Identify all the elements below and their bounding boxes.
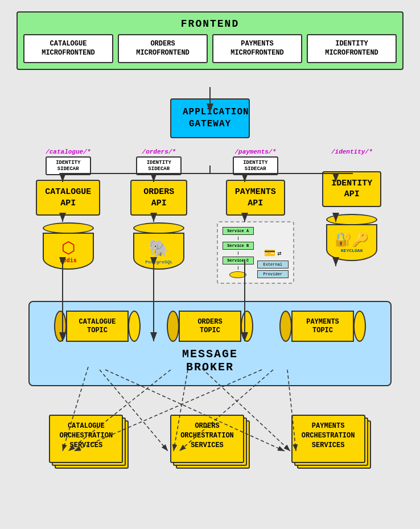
identity-column: /identity/* IdentityAPI 🔐🔑 KEYCLOAK (318, 148, 386, 261)
catalogue-orchestration: CatalogueOrchestrationServices (49, 415, 129, 463)
payment-arrows: ⇄ (277, 249, 281, 258)
payments-sidecar: IdentitySidecar (233, 156, 278, 176)
payment-icon: 💳 (264, 247, 275, 259)
orders-orchestration: OrdersOrchestrationServices (170, 415, 250, 463)
redis-label: redis (60, 258, 77, 264)
identity-route-label: /identity/* (331, 148, 373, 155)
identity-api: IdentityAPI (322, 171, 381, 207)
api-columns: /catalogue/* IdentitySidecar CatalogueAP… (11, 148, 409, 284)
pf-box1: Service A (223, 227, 254, 235)
frontend-title: Frontend (23, 18, 397, 30)
identity-database: 🔐🔑 KEYCLOAK (326, 213, 377, 261)
frontend-section: Frontend CatalogueMicrofrontend OrdersMi… (17, 11, 403, 70)
payment-flow-col1: Service A Service B Service C (223, 227, 254, 278)
gateway-row: ApplicationGateway (11, 98, 409, 138)
keycloak-label: KEYCLOAK (335, 248, 369, 253)
postgresql-icon: 🐘 (145, 238, 172, 259)
identity-microfrontend: IdentityMicrofrontend (307, 34, 397, 63)
catalogue-orch-label: CatalogueOrchestrationServices (49, 415, 123, 463)
payments-orchestration: PaymentsOrchestrationServices (291, 415, 371, 463)
orders-sidecar: IdentitySidecar (136, 156, 182, 176)
orders-api: OrdersAPI (130, 180, 187, 216)
postgresql-label: PostgreSQL (145, 259, 172, 264)
orders-orch-label: OrdersOrchestrationServices (170, 415, 244, 463)
pf-box2: Service B (223, 242, 254, 250)
message-broker-title: MessageBroker (41, 348, 379, 374)
payments-orch-label: PaymentsOrchestrationServices (291, 415, 365, 463)
payments-route-label: /payments/* (234, 148, 276, 155)
pf-external2: Provider (257, 270, 289, 278)
redis-icon: ⬡ (60, 238, 77, 258)
orders-topic: OrdersTopic (167, 311, 253, 342)
keycloak-icon: 🔐🔑 (335, 232, 369, 248)
catalogue-microfrontend: CatalogueMicrofrontend (23, 34, 113, 63)
payments-api: PaymentsAPI (226, 180, 285, 216)
message-broker-section: CatalogueTopic OrdersTopic PaymentsTopic… (28, 301, 392, 386)
catalogue-topic: CatalogueTopic (54, 311, 141, 342)
catalogue-sidecar: IdentitySidecar (46, 156, 91, 176)
orders-microfrontend: OrdersMicrofrontend (118, 34, 208, 63)
pf-external1: External (257, 261, 289, 268)
payment-flow-col2: 💳 ⇄ External Provider (257, 227, 289, 278)
payments-column: /payments/* IdentitySidecar PaymentsAPI … (216, 148, 295, 284)
pf-cyl1 (229, 271, 246, 278)
payment-flow: Service A Service B Service C 💳 ⇄ Extern… (217, 221, 294, 284)
orchestration-row: CatalogueOrchestrationServices OrdersOrc… (11, 415, 409, 463)
pf-box3: Service C (223, 257, 254, 264)
catalogue-route-label: /catalogue/* (46, 148, 90, 155)
orders-route-label: /orders/* (142, 148, 176, 155)
orders-database: 🐘 PostgreSQL (133, 221, 184, 270)
application-gateway: ApplicationGateway (170, 98, 250, 138)
orders-column: /orders/* IdentitySidecar OrdersAPI 🐘 Po… (125, 148, 193, 270)
microfrontend-row: CatalogueMicrofrontend OrdersMicrofronte… (23, 34, 397, 63)
payments-microfrontend: PaymentsMicrofrontend (212, 34, 302, 63)
topics-row: CatalogueTopic OrdersTopic PaymentsTopic (41, 311, 379, 342)
diagram-container: Frontend CatalogueMicrofrontend OrdersMi… (0, 0, 420, 529)
catalogue-database: ⬡ redis (43, 221, 94, 270)
catalogue-api: CatalogueAPI (36, 180, 100, 216)
catalogue-column: /catalogue/* IdentitySidecar CatalogueAP… (34, 148, 102, 270)
payments-topic: PaymentsTopic (279, 311, 366, 342)
